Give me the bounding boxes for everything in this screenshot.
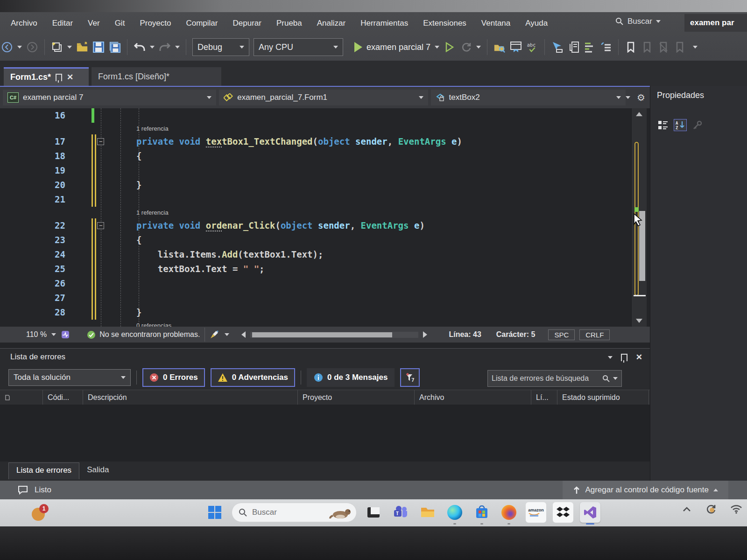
firefox-app-icon[interactable]	[499, 502, 519, 523]
tab-form1-designer[interactable]: Form1.cs [Diseño]*	[92, 67, 221, 86]
solution-explorer-home-icon[interactable]	[510, 41, 522, 53]
menu-item-ver[interactable]: Ver	[82, 16, 106, 31]
chevron-down-icon[interactable]	[17, 46, 22, 49]
fold-toggle-icon[interactable]: −	[97, 222, 104, 229]
dropbox-app-icon[interactable]	[553, 502, 573, 523]
problems-status[interactable]: No se encontraron problemas.	[99, 330, 200, 339]
horizontal-scrollbar[interactable]	[250, 332, 418, 338]
column-header-suppression[interactable]: Estado suprimido	[557, 390, 649, 405]
start-without-debug-icon[interactable]	[444, 41, 456, 53]
gear-icon[interactable]: ⚙	[637, 92, 645, 103]
menu-item-extensiones[interactable]: Extensiones	[417, 16, 472, 31]
run-target-label[interactable]: examen parcial 7	[366, 42, 430, 52]
panel-tab-output[interactable]: Salida	[79, 462, 116, 479]
menu-item-depurar[interactable]: Depurar	[227, 16, 268, 31]
menu-item-compilar[interactable]: Compilar	[180, 16, 224, 31]
menu-item-ventana[interactable]: Ventana	[475, 16, 516, 31]
chevron-down-icon[interactable]	[51, 333, 56, 336]
filter-errors-button[interactable]: 7	[400, 368, 420, 387]
hot-reload-icon[interactable]	[460, 41, 472, 53]
solution-platforms-dropdown[interactable]: Any CPU	[254, 38, 343, 56]
bookmark-prev-icon[interactable]	[641, 41, 653, 53]
start-button[interactable]	[204, 502, 225, 523]
file-explorer-app-icon[interactable]	[417, 502, 438, 523]
menu-item-analizar[interactable]: Analizar	[311, 16, 352, 31]
code-editor[interactable]: 161 referencia17−private void textBox1_T…	[0, 108, 650, 327]
close-icon[interactable]: ✕	[636, 352, 642, 362]
amazon-app-icon[interactable]: amazon	[526, 502, 546, 523]
feedback-icon[interactable]	[18, 485, 28, 495]
new-project-icon[interactable]	[51, 41, 63, 53]
code-cleanup-broom-icon[interactable]	[210, 330, 220, 339]
add-to-source-control[interactable]: Agregar al control de código fuente	[563, 481, 728, 499]
property-pages-key-icon[interactable]	[691, 119, 704, 131]
codelens-references[interactable]: 1 referencia	[0, 123, 631, 134]
chevron-down-icon[interactable]	[476, 46, 481, 49]
chevron-down-icon[interactable]	[608, 356, 613, 359]
save-all-icon[interactable]	[109, 41, 121, 53]
alphabetical-sort-icon[interactable]: AZ	[674, 119, 687, 131]
menu-item-archivo[interactable]: Archivo	[5, 16, 43, 31]
sort-lines-icon[interactable]	[584, 41, 596, 53]
wifi-icon[interactable]	[730, 504, 742, 514]
health-indicator-icon[interactable]	[61, 330, 70, 339]
redo-icon[interactable]	[159, 41, 171, 53]
visual-studio-app-icon[interactable]	[580, 502, 600, 523]
open-file-icon[interactable]	[76, 41, 88, 53]
sync-icon[interactable]	[705, 504, 716, 514]
menu-item-ayuda[interactable]: Ayuda	[519, 16, 554, 31]
error-scope-dropdown[interactable]: Toda la solución	[8, 369, 131, 386]
column-header-file[interactable]: Archivo	[415, 390, 531, 405]
widgets-button[interactable]: 1	[31, 504, 49, 522]
line-ending-indicator[interactable]: CRLF	[579, 329, 610, 340]
format-document-icon[interactable]	[600, 41, 612, 53]
zoom-level[interactable]: 110 %	[26, 330, 47, 339]
menu-item-prueba[interactable]: Prueba	[270, 16, 308, 31]
messages-filter-button[interactable]: 0 de 3 Mensajes	[307, 368, 395, 387]
error-list-grid[interactable]	[0, 405, 650, 462]
save-icon[interactable]	[92, 41, 105, 53]
toolbar-overflow-icon[interactable]	[693, 46, 698, 49]
column-header-description[interactable]: Descripción	[83, 390, 298, 405]
scroll-up-icon[interactable]	[636, 112, 642, 116]
navigate-forward-icon[interactable]	[26, 41, 38, 53]
categorized-view-icon[interactable]	[657, 119, 669, 131]
codelens-references[interactable]: 1 referencia	[0, 207, 631, 218]
column-header-code[interactable]: Códi...	[43, 390, 83, 405]
error-search-box[interactable]: Lista de errores de búsqueda	[487, 370, 622, 387]
chevron-down-icon[interactable]	[435, 46, 439, 49]
teams-app-icon[interactable]: T	[390, 502, 411, 523]
snipping-tool-app-icon[interactable]	[363, 502, 384, 523]
close-icon[interactable]: ✕	[67, 72, 73, 82]
column-header-line[interactable]: Lí...	[531, 390, 557, 405]
column-header-project[interactable]: Proyecto	[298, 390, 415, 405]
microsoft-store-app-icon[interactable]	[472, 502, 492, 523]
severity-column[interactable]	[0, 390, 43, 405]
menu-item-herramientas[interactable]: Herramientas	[354, 16, 414, 31]
chevron-down-icon[interactable]	[626, 96, 630, 99]
bookmark-clear-icon[interactable]	[674, 41, 686, 53]
chevron-down-icon[interactable]	[175, 46, 180, 49]
menu-item-git[interactable]: Git	[109, 16, 131, 31]
codelens-references[interactable]: 0 referencias	[0, 320, 631, 327]
search-menu[interactable]: Buscar	[615, 17, 661, 26]
errors-filter-button[interactable]: 0 Errores	[142, 368, 205, 387]
scroll-down-icon[interactable]	[636, 319, 642, 323]
undo-icon[interactable]	[134, 41, 146, 53]
hscrollbar-thumb[interactable]	[252, 332, 392, 337]
member-dropdown[interactable]: textBox2	[431, 90, 626, 105]
menu-item-editar[interactable]: Editar	[46, 16, 79, 31]
edge-app-icon[interactable]	[444, 502, 465, 523]
spaces-indicator[interactable]: SPC	[548, 329, 575, 340]
spell-check-icon[interactable]: abc	[526, 41, 538, 53]
solution-configurations-dropdown[interactable]: Debug	[192, 38, 249, 56]
panel-tab-error-list[interactable]: Lista de errores	[8, 462, 79, 479]
bookmark-icon[interactable]	[625, 41, 637, 53]
find-in-files-icon[interactable]	[493, 41, 506, 53]
warnings-filter-button[interactable]: 0 Advertencias	[211, 368, 295, 387]
start-debug-icon[interactable]	[354, 42, 362, 52]
chevron-down-icon[interactable]	[225, 333, 229, 336]
taskbar-search[interactable]: Buscar	[232, 503, 357, 522]
project-dropdown[interactable]: C# examen parcial 7	[3, 90, 216, 105]
fold-toggle-icon[interactable]: −	[97, 138, 104, 145]
